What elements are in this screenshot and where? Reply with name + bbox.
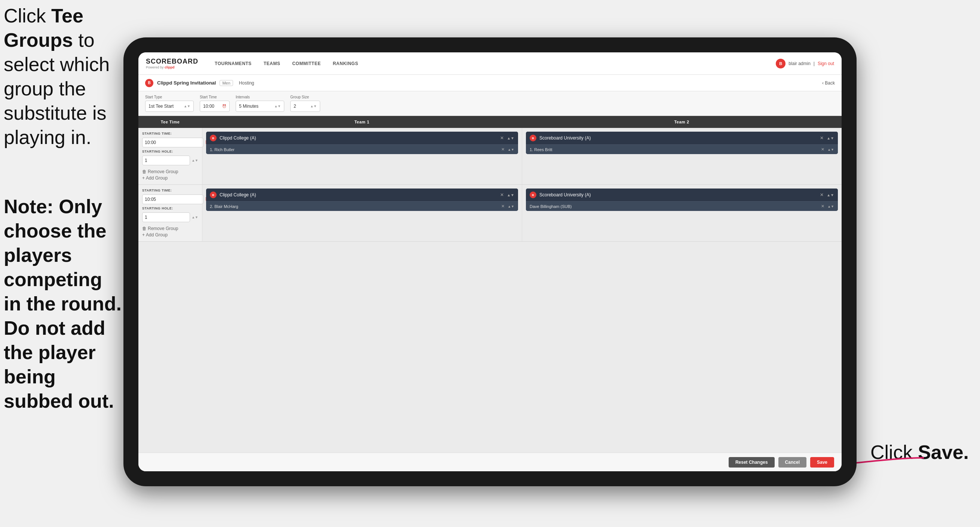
team-panel-2-1: B Clippd College (A) ✕ ▲▼ 2. Blair McHar… xyxy=(202,185,522,241)
team-card-2-1: B Clippd College (A) ✕ ▲▼ 2. Blair McHar… xyxy=(206,188,518,211)
nav-separator: | xyxy=(813,61,815,66)
starting-hole-row-1: ▲▼ xyxy=(142,156,198,165)
team-remove-2-1[interactable]: ✕ xyxy=(500,192,504,197)
team-chevron-1-2[interactable]: ▲▼ xyxy=(827,136,834,140)
player-chevron-2-1-0: ▲▼ xyxy=(508,205,514,209)
reset-changes-button[interactable]: Reset Changes xyxy=(729,457,775,468)
tablet-screen: SCOREBOARD Powered by clippd TOURNAMENTS… xyxy=(138,53,842,471)
starting-time-input-1[interactable] xyxy=(142,138,204,147)
team-panel-1-1: B Clippd College (A) ✕ ▲▼ 1. Rich Butler… xyxy=(202,128,522,185)
player-remove-2-1-0[interactable]: ✕ xyxy=(501,204,504,209)
team-chevron-2-2[interactable]: ▲▼ xyxy=(827,193,834,197)
start-time-input[interactable]: 10:00 ⏰ xyxy=(200,100,230,112)
player-chevron-1-1-0: ▲▼ xyxy=(508,148,514,151)
start-type-label: Start Type xyxy=(145,95,194,99)
player-remove-2-2-0[interactable]: ✕ xyxy=(821,204,824,209)
team-card-1-1: B Clippd College (A) ✕ ▲▼ 1. Rich Butler… xyxy=(206,132,518,154)
hole-arrows-2: ▲▼ xyxy=(191,215,198,219)
col-header-team1: Team 1 xyxy=(202,116,522,128)
team-panel-1-2: B Scoreboard University (A) ✕ ▲▼ 1. Rees… xyxy=(522,128,842,185)
breadcrumb-back[interactable]: Back xyxy=(822,80,835,86)
team-panels-1: B Clippd College (A) ✕ ▲▼ 1. Rich Butler… xyxy=(202,128,842,185)
add-group-btn-1[interactable]: + Add Group xyxy=(142,175,198,181)
logo: SCOREBOARD Powered by clippd xyxy=(146,57,198,69)
breadcrumb-icon: B xyxy=(145,79,153,87)
save-button[interactable]: Save xyxy=(810,457,834,468)
team-card-header-1-1: B Clippd College (A) ✕ ▲▼ xyxy=(206,132,518,144)
breadcrumb-title: Clippd Spring Invitational xyxy=(157,80,216,86)
player-remove-1-1-0[interactable]: ✕ xyxy=(501,147,504,152)
team-card-actions-2-2: ✕ ▲▼ xyxy=(820,192,834,197)
intervals-group: Intervals 5 Minutes ▲▼ xyxy=(235,95,284,112)
starting-time-row-2: ⏰ xyxy=(142,194,198,204)
nav-items: TOURNAMENTS TEAMS COMMITTEE RANKINGS xyxy=(210,59,776,68)
team-card-2-2: B Scoreboard University (A) ✕ ▲▼ Dave Bi… xyxy=(526,188,838,211)
team-icon-2-2: B xyxy=(530,191,536,198)
logo-powered: Powered by clippd xyxy=(146,65,198,69)
main-content: STARTING TIME: ⏰ STARTING HOLE: ▲▼ 🗑 Rem… xyxy=(138,128,842,452)
tablet-frame: SCOREBOARD Powered by clippd TOURNAMENTS… xyxy=(123,37,857,486)
intervals-select[interactable]: 5 Minutes ▲▼ xyxy=(235,100,284,112)
nav-rankings[interactable]: RANKINGS xyxy=(328,59,364,68)
cancel-button[interactable]: Cancel xyxy=(778,457,807,468)
team-icon-1-1: B xyxy=(210,135,216,142)
intervals-label: Intervals xyxy=(235,95,284,99)
footer-bar: Reset Changes Cancel Save xyxy=(138,452,842,471)
start-type-arrow: ▲▼ xyxy=(184,104,190,108)
team-remove-1-2[interactable]: ✕ xyxy=(820,135,824,141)
team-chevron-2-1[interactable]: ▲▼ xyxy=(507,193,514,197)
tee-actions-1: 🗑 Remove Group + Add Group xyxy=(142,169,198,181)
start-type-select[interactable]: 1st Tee Start ▲▼ xyxy=(145,100,194,112)
starting-time-row-1: ⏰ xyxy=(142,138,198,147)
team-name-2-2: Scoreboard University (A) xyxy=(539,192,817,197)
logo-text: SCOREBOARD xyxy=(146,57,198,65)
nav-tournaments[interactable]: TOURNAMENTS xyxy=(210,59,257,68)
player-name-1-1-0: 1. Rich Butler xyxy=(210,147,498,152)
team-icon-2-1: B xyxy=(210,191,216,198)
team-chevron-1-1[interactable]: ▲▼ xyxy=(507,136,514,140)
breadcrumb-hosting: Hosting xyxy=(239,80,255,86)
tee-time-panel-2: STARTING TIME: ⏰ STARTING HOLE: ▲▼ 🗑 Rem… xyxy=(138,185,202,241)
player-chevron-2-2-0: ▲▼ xyxy=(827,205,834,209)
remove-group-btn-1[interactable]: 🗑 Remove Group xyxy=(142,169,198,174)
starting-hole-input-1[interactable] xyxy=(142,156,190,165)
col-header-tee-time: Tee Time xyxy=(138,116,202,128)
team-card-header-2-1: B Clippd College (A) ✕ ▲▼ xyxy=(206,188,518,201)
start-type-group: Start Type 1st Tee Start ▲▼ xyxy=(145,95,194,112)
player-row-2-1-0: 2. Blair McHarg ✕ ▲▼ xyxy=(206,201,518,211)
add-group-btn-2[interactable]: + Add Group xyxy=(142,232,198,237)
form-row: Start Type 1st Tee Start ▲▼ Start Time 1… xyxy=(138,91,842,116)
starting-hole-label-1: STARTING HOLE: xyxy=(142,150,198,153)
tee-time-panel-1: STARTING TIME: ⏰ STARTING HOLE: ▲▼ 🗑 Rem… xyxy=(138,128,202,185)
player-name-2-1-0: 2. Blair McHarg xyxy=(210,204,498,209)
tee-groups-bold: Tee Groups xyxy=(4,5,83,51)
user-name: blair admin xyxy=(789,61,811,66)
starting-hole-label-2: STARTING HOLE: xyxy=(142,207,198,210)
navbar: SCOREBOARD Powered by clippd TOURNAMENTS… xyxy=(138,53,842,75)
team-card-actions-1-1: ✕ ▲▼ xyxy=(500,135,514,141)
team-panels-2: B Clippd College (A) ✕ ▲▼ 2. Blair McHar… xyxy=(202,185,842,241)
note-bold-prefix: Note: Only choose the players competing … xyxy=(4,196,122,412)
nav-right: B blair admin | Sign out xyxy=(776,59,834,68)
group-size-input[interactable]: 2 ▲▼ xyxy=(290,100,320,112)
starting-time-input-2[interactable] xyxy=(142,194,204,204)
player-name-2-2-0: Dave Billingham (SUB) xyxy=(530,204,818,209)
team-card-header-2-2: B Scoreboard University (A) ✕ ▲▼ xyxy=(526,188,838,201)
team-panel-2-2: B Scoreboard University (A) ✕ ▲▼ Dave Bi… xyxy=(522,185,842,241)
team-remove-1-1[interactable]: ✕ xyxy=(500,135,504,141)
sign-out-link[interactable]: Sign out xyxy=(818,61,834,66)
player-row-1-1-0: 1. Rich Butler ✕ ▲▼ xyxy=(206,144,518,154)
remove-group-btn-2[interactable]: 🗑 Remove Group xyxy=(142,226,198,231)
team-remove-2-2[interactable]: ✕ xyxy=(820,192,824,197)
team-name-1-1: Clippd College (A) xyxy=(220,135,497,141)
group-size-arrows: ▲▼ xyxy=(310,104,317,108)
breadcrumb-bar: B Clippd Spring Invitational Men Hosting… xyxy=(138,75,842,91)
intervals-arrow: ▲▼ xyxy=(274,104,281,108)
nav-teams[interactable]: TEAMS xyxy=(258,59,286,68)
user-avatar: B xyxy=(776,59,786,68)
team-card-1-2: B Scoreboard University (A) ✕ ▲▼ 1. Rees… xyxy=(526,132,838,154)
starting-hole-input-2[interactable] xyxy=(142,212,190,222)
nav-committee[interactable]: COMMITTEE xyxy=(287,59,326,68)
player-chevron-1-2-0: ▲▼ xyxy=(827,148,834,151)
player-remove-1-2-0[interactable]: ✕ xyxy=(821,147,824,152)
